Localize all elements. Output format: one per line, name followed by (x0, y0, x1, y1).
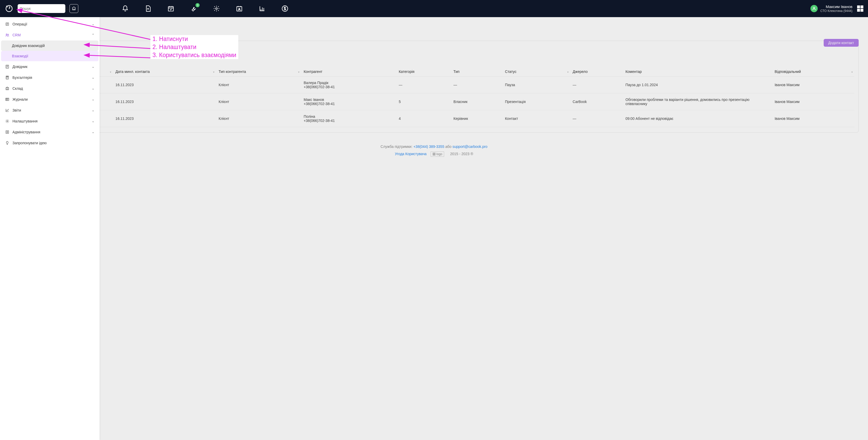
cell-type: Власник (451, 93, 502, 110)
table-row[interactable]: 1.202316.11.2023КлієнтПоліна +38(066)702… (14, 110, 854, 127)
user-text: Максим Іванов СТО Клекотина (9444) (820, 4, 852, 13)
sidebar-item-settings[interactable]: Налаштування ⌄ (0, 116, 99, 126)
svg-line-21 (88, 55, 150, 58)
contact-card-icon[interactable] (236, 5, 243, 12)
sidebar-item-idea[interactable]: Запропонувати ідею (0, 138, 99, 148)
sidebar-item-accounting[interactable]: Бухгалтерія ⌄ (0, 72, 99, 83)
cell-type: — (451, 77, 502, 93)
filter-icon[interactable]: ▾ (110, 70, 111, 74)
col-contractor: Контрагент (301, 67, 396, 77)
cell-type: Керівник (451, 110, 502, 127)
user-agreement-link[interactable]: Угода Користувача (395, 152, 427, 156)
cell-comment: Обговорили проблеми та варіанти рішення,… (623, 93, 772, 110)
sidebar-item-admin[interactable]: Адміністрування ⌄ (0, 126, 99, 138)
cell-status: Контакт (502, 110, 570, 127)
cell-responsible: Іванов Максим (772, 93, 854, 110)
chevron-down-icon: ⌄ (92, 87, 94, 90)
cell-responsible: Іванов Максим (772, 110, 854, 127)
chevron-down-icon: ⌄ (92, 119, 94, 123)
svg-point-3 (216, 8, 218, 9)
cell-source: — (570, 77, 623, 93)
col-ctype: Тип контрагента▾ (216, 67, 301, 77)
cell-status: Презентація (502, 93, 570, 110)
chevron-down-icon: ⌄ (92, 130, 94, 134)
chevron-down-icon: ⌄ (92, 109, 94, 112)
current-user[interactable]: Максим Іванов СТО Клекотина (9444) (810, 4, 863, 13)
col-comment: Коментар (623, 67, 772, 77)
col-status: Статус▾ (502, 67, 570, 77)
cell-status: Пауза (502, 77, 570, 93)
annotation-arrow-2 (86, 43, 153, 51)
sidebar-sub-interactions[interactable]: Взаємодії (1, 51, 98, 61)
support-or: або (445, 145, 452, 149)
cell-source: — (570, 110, 623, 127)
table-header-row: Дата наст. контакта▾ Дата минл. контакта… (14, 67, 854, 77)
filter-icon[interactable]: ▾ (213, 70, 214, 74)
svg-rect-2 (168, 6, 174, 11)
app-logo[interactable] (5, 4, 13, 13)
svg-point-10 (6, 34, 7, 35)
annotation-step-1: 1. Натиснути (150, 35, 238, 43)
cell-comment: 09:00 Абонент не відповідає (623, 110, 772, 127)
calendar-check-icon[interactable] (167, 5, 175, 12)
cell-contractor: Макс Іванов +38(066)702-38-41 (301, 93, 396, 110)
support-phone[interactable]: +38(044) 389-3355 (413, 145, 444, 149)
svg-rect-14 (6, 77, 8, 77)
svg-point-7 (813, 7, 815, 8)
svg-line-19 (21, 10, 150, 39)
annotation-step-2: 2. Налаштувати (150, 43, 238, 51)
cell-responsible: Іванов Максим (772, 77, 854, 93)
cell-ctype: Клієнт (216, 110, 301, 127)
sidebar-item-warehouse[interactable]: Склад ⌄ (0, 83, 99, 94)
cell-comment: Пауза до 1.01.2024 (623, 77, 772, 93)
svg-point-17 (7, 121, 8, 122)
cell-category: 5 (396, 93, 451, 110)
apps-grid-icon[interactable] (857, 5, 863, 12)
sidebar-item-reports[interactable]: Звіти ⌄ (0, 105, 99, 116)
user-name: Максим Іванов (820, 4, 852, 9)
interactions-table: Дата наст. контакта▾ Дата минл. контакта… (14, 67, 854, 127)
annotation-arrow-1 (18, 8, 153, 44)
cell-ctype: Клієнт (216, 93, 301, 110)
annotation-box: 1. Натиснути 2. Налаштувати 3. Користува… (150, 35, 238, 59)
col-prev: Дата минл. контакта▾ (113, 67, 216, 77)
chart-icon[interactable] (258, 5, 266, 12)
cell-prev: 16.11.2023 (113, 93, 216, 110)
cell-contractor: Поліна +38(066)702-38-41 (301, 110, 396, 127)
svg-point-5 (239, 8, 240, 9)
cell-contractor: Валера Прадік +38(066)702-38-41 (301, 77, 396, 93)
annotation-arrow-3 (86, 53, 153, 61)
footer: Служба підтримки: +38(044) 389-3355 або … (9, 143, 859, 157)
cell-source: CarBook (570, 93, 623, 110)
cell-prev: 16.11.2023 (113, 110, 216, 127)
cell-ctype: Клієнт (216, 77, 301, 93)
gear-icon[interactable] (213, 5, 220, 12)
table-row[interactable]: 1.202316.11.2023КлієнтМакс Іванов +38(06… (14, 93, 854, 110)
svg-point-11 (8, 34, 8, 35)
chevron-down-icon: ⌄ (92, 97, 94, 101)
money-icon[interactable] (281, 5, 289, 12)
sidebar: Операції ⌄ CRM ⌃ Довідник взаємодій Взає… (0, 17, 99, 440)
sidebar-item-directory[interactable]: Довідник ⌄ (0, 61, 99, 72)
footer-years: 2015 - 2023 ® (450, 152, 473, 156)
support-email[interactable]: support@carbook.pro (453, 145, 487, 149)
cell-prev: 16.11.2023 (113, 77, 216, 93)
chevron-down-icon: ⌄ (92, 65, 94, 68)
support-label: Служба підтримки: (381, 145, 412, 149)
add-contact-button[interactable]: Додати контакт (824, 39, 859, 47)
sidebar-item-journals[interactable]: Журнали ⌄ (0, 94, 99, 105)
filter-icon[interactable]: ▾ (298, 70, 300, 74)
filter-icon[interactable]: ▾ (567, 70, 568, 74)
annotation-step-3: 3. Користуватись взаємодіями (150, 51, 238, 59)
table-row[interactable]: 1.202316.11.2023КлієнтВалера Прадік +38(… (14, 77, 854, 93)
cell-category: — (396, 77, 451, 93)
svg-rect-4 (237, 6, 242, 11)
col-responsible: Відповідальний▾ (772, 67, 854, 77)
wrench-badge: 3 (195, 3, 199, 7)
filter-icon[interactable]: ▾ (851, 70, 853, 74)
avatar (810, 5, 818, 12)
cell-category: 4 (396, 110, 451, 127)
col-source: Джерело (570, 67, 623, 77)
wrench-icon[interactable]: 3 (190, 5, 197, 12)
svg-line-20 (88, 45, 150, 49)
